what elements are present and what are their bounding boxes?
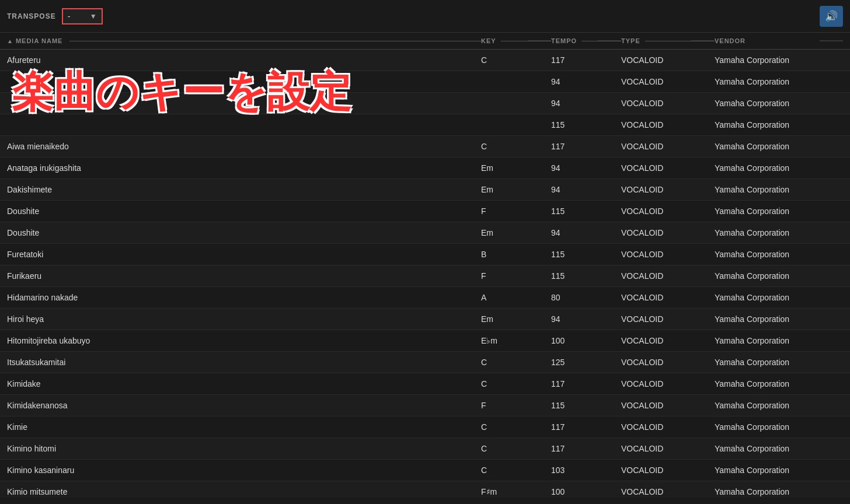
transpose-value: - [68,12,86,21]
cell-type: VOCALOID [621,120,715,130]
col-label-vendor: VENDOR [715,37,746,44]
cell-vendor: Yamaha Corporation [715,336,843,345]
cell-key: C [481,55,551,65]
cell-type: VOCALOID [621,401,715,410]
table-row[interactable]: Hiroi heya Em 94 VOCALOID Yamaha Corpora… [0,309,850,330]
cell-type: VOCALOID [621,142,715,151]
cell-vendor: Yamaha Corporation [715,379,843,388]
cell-vendor: Yamaha Corporation [715,401,843,410]
cell-media-name: Hidamarino nakade [7,293,481,302]
cell-type: VOCALOID [621,379,715,388]
cell-tempo: 115 [551,120,621,130]
cell-key: A [481,293,551,302]
cell-tempo: 117 [551,379,621,388]
cell-vendor: Yamaha Corporation [715,487,843,496]
cell-tempo: 100 [551,487,621,496]
cell-media-name: Anataga irukigashita [7,163,481,173]
toolbar: TRANSPOSE - ▼ 🔊 [0,0,850,33]
table-row[interactable]: Furikaeru F 115 VOCALOID Yamaha Corporat… [0,265,850,287]
table-row[interactable]: Kimidake C 117 VOCALOID Yamaha Corporati… [0,373,850,395]
cell-type: VOCALOID [621,466,715,475]
cell-media-name: Kimino hitomi [7,444,481,453]
col-header-key[interactable]: KEY [481,37,551,44]
cell-tempo: 94 [551,99,621,108]
table-row[interactable]: Hidamarino nakade A 80 VOCALOID Yamaha C… [0,287,850,309]
cell-type: VOCALOID [621,336,715,345]
cell-key: C [481,379,551,388]
col-header-tempo[interactable]: TEMPO [551,37,621,44]
col-label-name: MEDIA NAME [16,37,62,44]
cell-tempo: 115 [551,206,621,216]
cell-vendor: Yamaha Corporation [715,185,843,194]
header-separator-type [645,41,715,41]
cell-media-name: Kimino kasaninaru [7,466,481,475]
cell-tempo: 125 [551,358,621,367]
cell-key: C [481,358,551,367]
sound-button[interactable]: 🔊 [820,6,843,27]
transpose-select[interactable]: - ▼ [62,8,103,24]
col-label-tempo: TEMPO [551,37,577,44]
cell-vendor: Yamaha Corporation [715,77,843,86]
cell-media-name: Kimie [7,422,481,432]
cell-key: Em [481,314,551,324]
cell-vendor: Yamaha Corporation [715,120,843,130]
cell-key: F♯m [481,487,551,496]
cell-key: E♭m [481,336,551,345]
cell-vendor: Yamaha Corporation [715,466,843,475]
cell-media-name: Kimidakenanosa [7,401,481,410]
sort-arrow-icon: ▲ [7,38,13,44]
cell-tempo: 117 [551,444,621,453]
cell-vendor: Yamaha Corporation [715,250,843,259]
cell-tempo: 103 [551,466,621,475]
cell-vendor: Yamaha Corporation [715,314,843,324]
table-row[interactable]: Doushite F 115 VOCALOID Yamaha Corporati… [0,201,850,222]
header-separator [69,41,481,41]
table-row[interactable]: Furetatoki B 115 VOCALOID Yamaha Corpora… [0,244,850,265]
cell-media-name: Doushite [7,206,481,216]
cell-key: F [481,401,551,410]
table-row[interactable]: Doushite Em 94 VOCALOID Yamaha Corporati… [0,222,850,244]
cell-type: VOCALOID [621,444,715,453]
cell-media-name: Dakishimete [7,185,481,194]
cell-vendor: Yamaha Corporation [715,422,843,432]
cell-type: VOCALOID [621,293,715,302]
table-row[interactable]: Kimidakenanosa F 115 VOCALOID Yamaha Cor… [0,395,850,416]
cell-tempo: 94 [551,314,621,324]
col-header-vendor[interactable]: VENDOR [715,37,843,44]
cell-key: F [481,271,551,281]
table-row[interactable]: 115 VOCALOID Yamaha Corporation [0,114,850,136]
cell-vendor: Yamaha Corporation [715,99,843,108]
cell-vendor: Yamaha Corporation [715,444,843,453]
cell-vendor: Yamaha Corporation [715,206,843,216]
cell-type: VOCALOID [621,358,715,367]
table-row[interactable]: Kimio mitsumete F♯m 100 VOCALOID Yamaha … [0,481,850,498]
cell-type: VOCALOID [621,163,715,173]
cell-type: VOCALOID [621,487,715,496]
table-row[interactable]: Aiwa mienaikedo C 117 VOCALOID Yamaha Co… [0,136,850,158]
table-header: ▲ MEDIA NAME KEY TEMPO TYPE VENDOR [0,33,850,50]
col-header-type[interactable]: TYPE [621,37,715,44]
table-row[interactable]: Kimie C 117 VOCALOID Yamaha Corporation [0,416,850,438]
table-row[interactable]: Anataga irukigashita Em 94 VOCALOID Yama… [0,158,850,179]
cell-tempo: 94 [551,163,621,173]
table-row[interactable]: Hitomitojireba ukabuyo E♭m 100 VOCALOID … [0,330,850,352]
transpose-label: TRANSPOSE [7,12,56,20]
cell-media-name: Itsukatsukamitai [7,358,481,367]
table-row[interactable]: 94 VOCALOID Yamaha Corporation [0,71,850,93]
table-row[interactable]: Dakishimete Em 94 VOCALOID Yamaha Corpor… [0,179,850,201]
table-row[interactable]: Kimino kasaninaru C 103 VOCALOID Yamaha … [0,460,850,481]
col-header-name[interactable]: ▲ MEDIA NAME [7,37,481,44]
cell-vendor: Yamaha Corporation [715,228,843,237]
table-row[interactable]: Kimino hitomi C 117 VOCALOID Yamaha Corp… [0,438,850,460]
cell-tempo: 94 [551,228,621,237]
table-row[interactable]: Afureteru C 117 VOCALOID Yamaha Corporat… [0,50,850,71]
cell-type: VOCALOID [621,422,715,432]
cell-vendor: Yamaha Corporation [715,293,843,302]
cell-media-name: Furikaeru [7,271,481,281]
cell-type: VOCALOID [621,77,715,86]
cell-key: Em [481,185,551,194]
col-label-type: TYPE [621,37,640,44]
table-row[interactable]: Itsukatsukamitai C 125 VOCALOID Yamaha C… [0,352,850,373]
table-row[interactable]: 94 VOCALOID Yamaha Corporation [0,93,850,114]
cell-media-name: Doushite [7,228,481,237]
